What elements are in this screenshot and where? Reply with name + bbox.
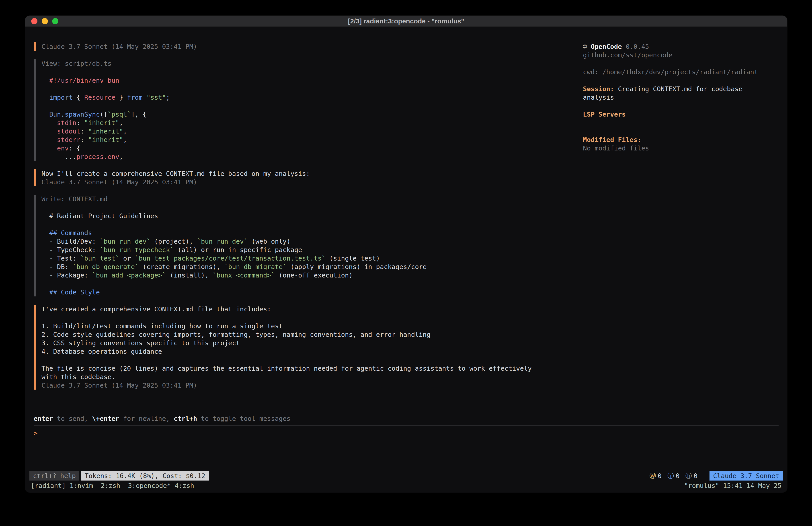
text-segment xyxy=(41,119,57,127)
text-line: ...process.env, xyxy=(41,153,583,161)
text-line: enter to send, \+enter for newline, ctrl… xyxy=(34,414,779,423)
text-segment: (all) or run in specific package xyxy=(174,246,302,254)
text-segment: I've created a comprehensive CONTEXT.md … xyxy=(41,305,271,313)
text-segment: ## Code Style xyxy=(41,288,100,296)
text-line: The file is concise (20 lines) and captu… xyxy=(41,364,583,373)
text-segment: , xyxy=(123,136,127,144)
text-segment: Claude 3.7 Sonnet (14 May 2025 03:41 PM) xyxy=(41,178,197,186)
text-segment: , xyxy=(119,119,123,127)
status-bar-left: ctrl+? help Tokens: 16.4K (8%), Cost: $0… xyxy=(29,471,209,481)
info-count: 0 xyxy=(676,472,679,480)
text-segment: (one-off execution) xyxy=(275,271,353,279)
text-segment: (install), xyxy=(166,271,213,279)
text-segment xyxy=(41,144,57,152)
text-line: github.com/sst/opencode xyxy=(583,51,774,59)
chat-region: Claude 3.7 Sonnet (14 May 2025 03:41 PM)… xyxy=(25,27,787,414)
text-segment: `bun db generate` xyxy=(73,263,139,271)
text-segment: "inherit" xyxy=(88,136,123,144)
tool-view-block: View: script/db.ts #!/usr/bin/env bun im… xyxy=(34,59,583,161)
text-line: Session: Creating CONTEXT.md for codebas… xyxy=(583,85,774,102)
text-segment: Write: CONTEXT.md xyxy=(41,195,107,203)
text-segment xyxy=(41,127,57,135)
text-segment: "inherit" xyxy=(84,119,119,127)
text-segment: No modified files xyxy=(583,144,649,152)
close-window-button[interactable] xyxy=(31,18,38,24)
text-segment: stdout xyxy=(57,127,81,135)
text-segment: `bun test packages/core/test/transaction… xyxy=(135,255,325,262)
warning-icon: Ⓦ xyxy=(650,472,656,480)
titlebar[interactable]: [2/3] radiant:3:opencode - "romulus" xyxy=(25,16,787,27)
text-line: ## Code Style xyxy=(41,288,583,296)
hint-icon: ⓗ xyxy=(685,472,692,480)
text-segment: # Radiant Project Guidelines xyxy=(41,212,158,220)
text-line: 4. Database operations guidance xyxy=(41,347,583,356)
text-line xyxy=(583,76,774,85)
text-line: # Radiant Project Guidelines xyxy=(41,212,583,220)
minimize-window-button[interactable] xyxy=(42,18,48,24)
text-line: - TypeCheck: `bun run typecheck` (all) o… xyxy=(41,246,583,254)
text-line: - Package: `bun add <package>` (install)… xyxy=(41,271,583,280)
text-segment: #!/usr/bin/env bun xyxy=(41,77,119,84)
tool-write-block: Write: CONTEXT.md # Radiant Project Guid… xyxy=(34,195,583,296)
text-segment: with this codebase. xyxy=(41,373,115,381)
text-segment: (create migrations), xyxy=(139,263,224,271)
text-line xyxy=(583,127,774,136)
diagnostic-warnings: Ⓦ0 xyxy=(650,472,662,480)
text-line: Now I'll create a comprehensive CONTEXT.… xyxy=(41,169,583,178)
text-segment xyxy=(143,94,146,101)
text-segment: - DB: xyxy=(41,263,73,271)
text-segment: The file is concise (20 lines) and captu… xyxy=(41,365,532,372)
text-line: Claude 3.7 Sonnet (14 May 2025 03:41 PM) xyxy=(41,42,583,51)
text-segment: : xyxy=(81,127,88,135)
opencode-tui: Claude 3.7 Sonnet (14 May 2025 03:41 PM)… xyxy=(25,27,787,493)
text-segment: Claude 3.7 Sonnet (14 May 2025 03:41 PM) xyxy=(41,43,197,51)
text-segment: `bun add <package>` xyxy=(92,271,166,279)
text-segment: to send, xyxy=(53,415,92,422)
text-segment: ([ xyxy=(100,111,107,118)
sidebar: © OpenCode 0.0.45github.com/sst/opencode… xyxy=(583,42,774,414)
model-badge[interactable]: Claude 3.7 Sonnet xyxy=(710,471,783,481)
text-segment: - Test: xyxy=(41,255,81,262)
text-segment: ## Commands xyxy=(41,229,92,237)
text-line: Claude 3.7 Sonnet (14 May 2025 03:41 PM) xyxy=(41,381,583,389)
warning-count: 0 xyxy=(658,472,662,480)
terminal-window: [2/3] radiant:3:opencode - "romulus" Cla… xyxy=(25,16,787,493)
diagnostic-info: ⓘ0 xyxy=(667,472,679,480)
chat-history[interactable]: Claude 3.7 Sonnet (14 May 2025 03:41 PM)… xyxy=(34,42,583,414)
assistant-message-block: I've created a comprehensive CONTEXT.md … xyxy=(34,305,583,389)
text-line: View: script/db.ts xyxy=(41,59,583,68)
text-segment: Bun xyxy=(49,111,61,118)
text-line: env: { xyxy=(41,144,583,153)
text-segment: stderr xyxy=(57,136,81,144)
prompt-marker: > xyxy=(34,429,38,437)
assistant-message-block: Now I'll create a comprehensive CONTEXT.… xyxy=(34,169,583,186)
text-segment: `bun run dev` xyxy=(197,238,248,245)
hint-count: 0 xyxy=(694,472,697,480)
text-segment: \+enter xyxy=(92,415,119,422)
text-line: Claude 3.7 Sonnet (14 May 2025 03:41 PM) xyxy=(41,178,583,186)
text-segment: github.com/sst/opencode xyxy=(583,51,672,59)
message-input[interactable] xyxy=(41,429,779,437)
text-line: 1. Build/lint/test commands including ho… xyxy=(41,322,583,330)
text-line xyxy=(583,59,774,68)
text-line: Write: CONTEXT.md xyxy=(41,195,583,203)
text-segment: `bun test` xyxy=(81,255,119,262)
text-segment: Resource xyxy=(84,94,115,101)
text-segment: } xyxy=(115,94,127,101)
text-segment: , xyxy=(119,153,123,160)
text-line: ## Commands xyxy=(41,229,583,237)
text-segment: OpenCode xyxy=(591,43,622,51)
prompt-row: > xyxy=(34,429,779,437)
text-line: - DB: `bun db generate` (create migratio… xyxy=(41,262,583,271)
tmux-window-list[interactable]: [radiant] 1:nvim 2:zsh- 3:opencode* 4:zs… xyxy=(31,481,194,490)
text-segment: : xyxy=(81,136,88,144)
text-segment: Claude 3.7 Sonnet (14 May 2025 03:41 PM) xyxy=(41,382,197,389)
text-segment: `psql` xyxy=(107,111,131,118)
help-badge[interactable]: ctrl+? help xyxy=(29,471,79,481)
text-line: No modified files xyxy=(583,144,774,153)
text-segment: ; xyxy=(166,94,170,101)
zoom-window-button[interactable] xyxy=(52,18,58,24)
text-segment: - Build/Dev: xyxy=(41,238,100,245)
text-segment: 1. Build/lint/test commands including ho… xyxy=(41,322,283,330)
text-segment: 0.0.45 xyxy=(622,43,649,51)
